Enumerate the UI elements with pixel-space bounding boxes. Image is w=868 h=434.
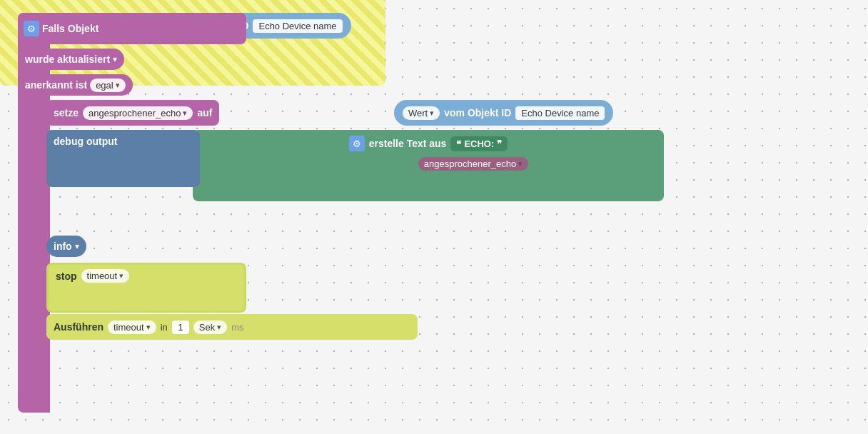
anerkannt-dropdown[interactable]: egal: [90, 79, 126, 92]
blockly-workspace: ⚙ Falls Objekt Objekt ID Echo Device nam…: [0, 0, 868, 434]
echo-quote-block: ❝ ECHO: ❞: [450, 136, 508, 151]
objekt-id-value[interactable]: Echo Device name: [253, 19, 342, 33]
info-dropdown-arrow[interactable]: ▾: [75, 241, 79, 251]
timeout-dropdown[interactable]: timeout: [81, 269, 130, 283]
wert-vom-label: vom Objekt ID: [444, 107, 511, 118]
ausfuhren-timeout-dropdown[interactable]: timeout: [108, 321, 156, 334]
wert-block[interactable]: Wert vom Objekt ID Echo Device name: [394, 100, 613, 126]
setze-label: setze: [54, 107, 79, 118]
setze-block[interactable]: setze angesprochener_echo auf: [46, 100, 219, 126]
erstelle-gear-icon[interactable]: ⚙: [349, 136, 365, 151]
setze-var-dropdown[interactable]: angesprochener_echo: [83, 106, 193, 120]
in-label: in: [161, 322, 168, 333]
info-label: info: [54, 241, 72, 252]
echo-label: ECHO:: [464, 138, 494, 149]
wert-value[interactable]: Echo Device name: [515, 106, 605, 120]
ms-label: ms: [231, 322, 243, 333]
ausfuhren-block[interactable]: Ausführen timeout in 1 Sek ms: [46, 314, 418, 340]
sek-dropdown[interactable]: Sek: [193, 321, 227, 334]
wurde-block[interactable]: wurde aktualisiert ▾: [18, 49, 124, 70]
wert-dropdown[interactable]: Wert: [403, 106, 440, 120]
ausfuhren-label: Ausführen: [54, 321, 104, 333]
quote-close: ❞: [497, 138, 502, 149]
stop-timeout-container: stop timeout: [46, 263, 246, 313]
debug-block[interactable]: debug output: [46, 130, 200, 187]
falls-objekt-label: Falls Objekt: [42, 23, 99, 34]
quote-open: ❝: [456, 138, 461, 149]
auf-label: auf: [197, 107, 212, 118]
erstelle-top-row: ⚙ erstelle Text aus ❝ ECHO: ❞: [349, 136, 508, 151]
falls-objekt-block[interactable]: ⚙ Falls Objekt: [18, 13, 246, 44]
gear-icon[interactable]: ⚙: [24, 21, 39, 36]
wurde-dropdown-arrow[interactable]: ▾: [113, 54, 117, 64]
info-block[interactable]: info ▾: [46, 236, 86, 257]
erstelle-label: erstelle Text aus: [369, 138, 447, 149]
stop-row: stop timeout: [56, 269, 237, 283]
anerkannt-block[interactable]: anerkannt ist egal: [18, 74, 133, 96]
wurde-label: wurde aktualisiert: [25, 54, 110, 65]
container-spine: [18, 13, 50, 413]
angesprochener-echo-dropdown[interactable]: angesprochener_echo: [418, 157, 528, 171]
erstelle-block[interactable]: ⚙ erstelle Text aus ❝ ECHO: ❞ angesproch…: [193, 130, 664, 201]
erstelle-bottom-row: angesprochener_echo: [328, 157, 528, 171]
debug-label: debug output: [54, 136, 117, 147]
stop-label: stop: [56, 271, 77, 282]
anerkannt-label: anerkannt ist: [25, 79, 87, 91]
value-input[interactable]: 1: [172, 321, 189, 334]
